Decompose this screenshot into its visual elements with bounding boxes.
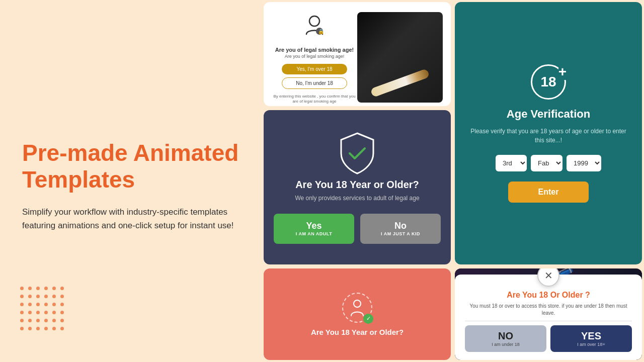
shield-subtitle: We only provides services to adult of le… (295, 195, 419, 202)
vape-yes-big: YES (581, 330, 601, 342)
person-lock-icon: 🔒 (302, 14, 327, 43)
shield-no-button[interactable]: No I AM JUST A KID (360, 214, 441, 244)
smoking-yes-button[interactable]: Yes, I'm over 18 (282, 64, 347, 74)
headline-black: Pre-made (22, 140, 128, 166)
smoking-disclaimer: By entering this website , you confirm t… (272, 94, 357, 105)
pink-title: Are You 18 Year or Older? (311, 328, 404, 336)
age-number: 18 (540, 74, 556, 90)
teal-title: Age Verification (507, 108, 590, 121)
svg-point-3 (354, 300, 361, 307)
headline: Pre-made Animated Templates (22, 140, 242, 193)
left-panel: Pre-made Animated Templates Simplify you… (0, 0, 262, 362)
svg-point-0 (309, 16, 319, 26)
shield-buttons: Yes I AM AN ADULT No I AM JUST A KID (274, 214, 441, 244)
description: Simplify your workflow with industry-spe… (22, 205, 238, 232)
svg-text:🔒: 🔒 (318, 28, 325, 35)
vape-yes-button[interactable]: YES I am over 18+ (550, 325, 632, 352)
shield-yes-sub: I AM AN ADULT (296, 231, 332, 237)
cigarette-shape (370, 68, 430, 98)
smoking-no-button[interactable]: No, I'm under 18 (282, 77, 347, 89)
person-circle-icon: ✓ (342, 293, 372, 323)
vape-no-big: NO (498, 330, 513, 342)
year-select[interactable]: 199920001998 (567, 155, 601, 171)
shield-title: Are You 18 Year or Older? (295, 179, 419, 191)
shield-no-big: No (394, 221, 407, 232)
vape-bottom-panel: ✕ Are You 18 Or Older ? You must 18 or o… (455, 275, 642, 360)
card-vape: 🖊️🖊️🖊️ ✕ Are You 18 Or Older ? You must … (455, 268, 642, 360)
vape-buttons: NO I am under 18 YES I am over 18+ (465, 325, 632, 352)
day-select[interactable]: 3rd1st2nd (496, 155, 527, 171)
vape-title-are: Are You (507, 291, 539, 299)
age-badge: 18 + (531, 64, 566, 100)
vape-subtitle: You must 18 or over to access this store… (465, 303, 632, 317)
vape-title-rest: Or Older ? (550, 291, 590, 299)
vape-divider (465, 321, 632, 321)
vape-yes-small: I am over 18+ (577, 342, 605, 347)
month-select[interactable]: FabJanMar (531, 155, 562, 171)
card-smoking: 🔒 Are you of legal smoking age! Are you … (264, 2, 451, 106)
card-pink: ✓ Are You 18 Year or Older? (264, 268, 451, 360)
enter-button[interactable]: Enter (508, 182, 589, 203)
plus-sign: + (558, 64, 567, 80)
vape-no-small: I am under 18 (492, 342, 520, 347)
shield-yes-button[interactable]: Yes I AM AN ADULT (274, 214, 354, 244)
card-shield: Are You 18 Year or Older? We only provid… (264, 110, 451, 264)
shield-no-sub: I AM JUST A KID (381, 231, 420, 237)
cigarette-image (357, 12, 443, 103)
cigarette-visual (357, 12, 443, 103)
shield-yes-big: Yes (306, 221, 321, 232)
vape-title: Are You 18 Or Older ? (465, 291, 632, 300)
vape-no-button[interactable]: NO I am under 18 (465, 325, 546, 352)
vape-title-18: 18 (539, 291, 548, 299)
check-icon: ✓ (363, 314, 373, 324)
smoking-subtitle: Are you of legal smoking age! (285, 54, 345, 59)
dot-grid-decoration (20, 287, 65, 332)
right-panel: 🔒 Are you of legal smoking age! Are you … (262, 0, 644, 362)
shield-icon (337, 131, 377, 171)
x-icon: ✕ (537, 268, 559, 287)
smoking-title: Are you of legal smoking age! (275, 47, 354, 53)
card-teal: 18 + Age Verification Please verify that… (455, 2, 642, 264)
date-dropdowns: 3rd1st2nd FabJanMar 199920001998 (496, 155, 601, 171)
smoking-left: 🔒 Are you of legal smoking age! Are you … (272, 12, 357, 106)
teal-subtitle: Please verify that you are 18 years of a… (467, 127, 630, 145)
